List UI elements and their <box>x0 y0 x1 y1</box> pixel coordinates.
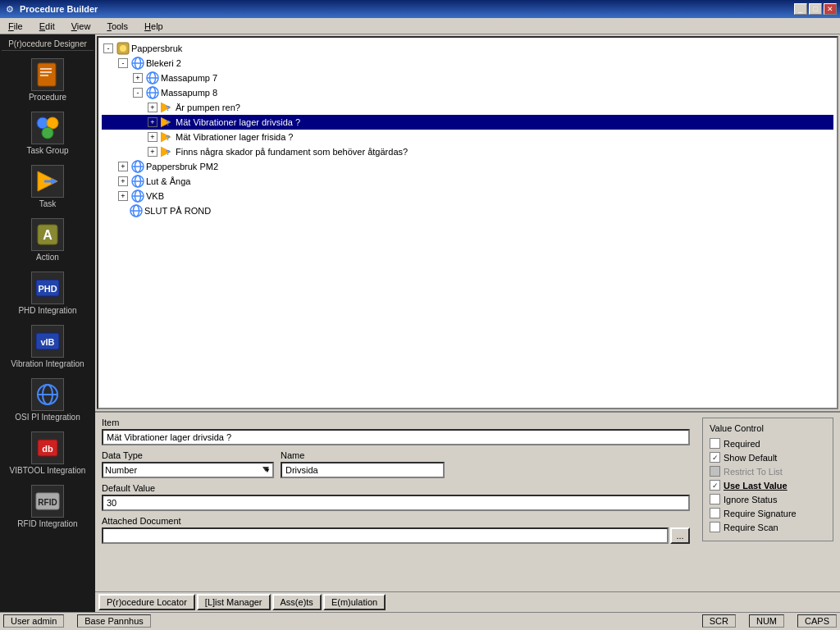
expand-task3[interactable]: + <box>148 132 158 142</box>
svg-point-24 <box>120 45 126 52</box>
vc-requiresig-checkbox[interactable] <box>710 508 720 518</box>
tree-node-massapump8[interactable]: - Massapump 8 <box>102 85 833 100</box>
expand-lut-anga[interactable]: + <box>118 176 128 186</box>
title-bar: ⚙ Procedure Builder _ □ ✕ <box>0 0 840 18</box>
attacheddoc-group: Attached Document ... <box>102 516 690 544</box>
rfid-icon: RFID <box>31 485 64 518</box>
sidebar: P(r)ocedure Designer Procedure Task Grou… <box>0 34 95 612</box>
status-num: NUM <box>749 614 784 628</box>
node-text-pappersbruk: Pappersbruk <box>131 43 182 53</box>
menu-edit[interactable]: Edit <box>34 20 60 33</box>
expand-pappersbruk[interactable]: - <box>103 43 113 53</box>
maximize-button[interactable]: □ <box>809 3 822 15</box>
node-text-pm2: Pappersbruk PM2 <box>146 162 218 171</box>
sidebar-item-phd[interactable]: PHD PHD Integration <box>2 267 94 319</box>
sidebar-item-procedure[interactable]: Procedure <box>2 54 94 106</box>
close-button[interactable]: ✕ <box>824 3 837 15</box>
title-bar-text: Procedure Builder <box>20 4 791 14</box>
vc-requirescan-label: Require Scan <box>724 523 778 532</box>
sidebar-item-task[interactable]: Task <box>2 161 94 212</box>
list-manager-button[interactable]: [L]ist Manager <box>197 594 271 610</box>
menu-tools[interactable]: Tools <box>102 20 133 33</box>
tree-node-task4[interactable]: + ? Finns några skador på fundament som … <box>102 144 833 159</box>
defaultvalue-input[interactable] <box>102 495 690 511</box>
datatype-select[interactable]: Number Text Date Boolean <box>102 462 274 478</box>
menu-help[interactable]: Help <box>139 20 168 33</box>
svg-marker-9 <box>51 178 57 185</box>
tree-node-slut[interactable]: SLUT PÅ ROND <box>102 203 833 218</box>
sidebar-item-vibtool[interactable]: db VIBTOOL Integration <box>2 427 94 479</box>
svg-rect-1 <box>40 68 52 70</box>
sidebar-item-taskgroup[interactable]: Task Group <box>2 107 94 159</box>
svg-point-6 <box>42 127 53 139</box>
node-text-task4: Finns några skador på fundament som behö… <box>176 147 408 157</box>
assets-button[interactable]: Ass(e)ts <box>272 594 322 610</box>
name-input[interactable] <box>281 462 445 478</box>
sidebar-item-rfid[interactable]: RFID RFID Integration <box>2 481 94 532</box>
tree-node-lut-anga[interactable]: + Lut & Ånga <box>102 174 833 189</box>
tree-node-task1[interactable]: + ? Är pumpen ren? <box>102 100 833 115</box>
defaultvalue-group: Default Value <box>102 483 690 511</box>
svg-text:db: db <box>42 444 53 454</box>
browse-button[interactable]: ... <box>670 527 690 544</box>
minimize-button[interactable]: _ <box>794 3 807 15</box>
sidebar-item-vibration[interactable]: vIB Vibration Integration <box>2 321 94 372</box>
sidebar-label-osipi: OSI PI Integration <box>15 413 80 422</box>
menu-file[interactable]: File <box>3 20 28 33</box>
status-scr: SCR <box>702 614 736 628</box>
sidebar-label-vibration: Vibration Integration <box>11 359 84 368</box>
sidebar-item-action[interactable]: A Action <box>2 214 94 266</box>
name-label: Name <box>281 450 445 460</box>
emulation-button[interactable]: E(m)ulation <box>323 594 386 610</box>
sidebar-label-procedure: Procedure <box>29 93 66 102</box>
vc-uselastvalue-checkbox[interactable]: ✓ <box>710 480 720 491</box>
tree-node-massapump7[interactable]: + Massapump 7 <box>102 71 833 85</box>
expand-pm2[interactable]: + <box>118 162 128 171</box>
status-user-label: User <box>11 616 30 626</box>
vc-restrictlist-row: Restrict To List <box>710 466 826 477</box>
tree-node-task2[interactable]: + ? Mät Vibrationer lager drivsida ? <box>102 115 833 130</box>
vc-requiresig-row: Require Signature <box>710 508 826 518</box>
item-input[interactable] <box>102 429 690 445</box>
tree-node-pappersbruk[interactable]: - Pappersbruk <box>102 41 833 56</box>
svg-text:PHD: PHD <box>38 284 57 294</box>
menu-view[interactable]: View <box>66 20 96 33</box>
svg-text:A: A <box>43 228 52 242</box>
node-text-task3: Mät Vibrationer lager frisida ? <box>176 132 293 142</box>
vc-ignorestatus-label: Ignore Status <box>724 495 777 504</box>
vc-restrictlist-checkbox[interactable] <box>710 466 720 477</box>
vibtool-icon: db <box>31 431 64 464</box>
procedure-locator-button[interactable]: P(r)ocedure Locator <box>98 594 195 610</box>
expand-blekeri2[interactable]: - <box>118 58 128 68</box>
expand-vkb[interactable]: + <box>118 191 128 201</box>
expand-task2[interactable]: + <box>148 117 158 127</box>
vc-required-row: Required <box>710 438 826 449</box>
name-group: Name <box>281 450 445 478</box>
status-bar: User admin Base Pannhus SCR NUM CAPS <box>0 612 840 628</box>
tree-node-pm2[interactable]: + Pappersbruk PM2 <box>102 159 833 174</box>
vc-required-checkbox[interactable] <box>710 438 720 449</box>
node-text-slut: SLUT PÅ ROND <box>144 206 211 216</box>
vc-ignorestatus-checkbox[interactable] <box>710 494 720 504</box>
status-location: Pannhus <box>107 616 143 626</box>
node-text-blekeri2: Blekeri 2 <box>146 58 181 68</box>
node-icon-vkb <box>131 189 144 203</box>
attacheddoc-input[interactable] <box>102 527 669 544</box>
tree-node-blekeri2[interactable]: - Blekeri 2 <box>102 56 833 71</box>
datatype-label: Data Type <box>102 450 274 460</box>
tree-node-vkb[interactable]: + VKB <box>102 189 833 203</box>
value-control-box: Value Control Required ✓ Show Default Re… <box>702 418 833 541</box>
expand-massapump8[interactable]: - <box>133 88 143 98</box>
vc-requirescan-checkbox[interactable] <box>710 522 720 532</box>
expand-massapump7[interactable]: + <box>133 73 143 83</box>
vc-restrictlist-label: Restrict To List <box>724 467 783 477</box>
sidebar-item-osipi[interactable]: OSI PI Integration <box>2 374 94 426</box>
expand-task1[interactable]: + <box>148 103 158 112</box>
vc-requirescan-row: Require Scan <box>710 522 826 532</box>
vc-showdefault-checkbox[interactable]: ✓ <box>710 452 720 463</box>
phd-icon: PHD <box>31 272 64 304</box>
sidebar-label-taskgroup: Task Group <box>26 146 68 155</box>
expand-task4[interactable]: + <box>148 147 158 157</box>
tree-node-task3[interactable]: + ? Mät Vibrationer lager frisida ? <box>102 130 833 144</box>
tree-area[interactable]: - Pappersbruk - Blekeri 2 + Massapump 7 … <box>97 36 838 409</box>
